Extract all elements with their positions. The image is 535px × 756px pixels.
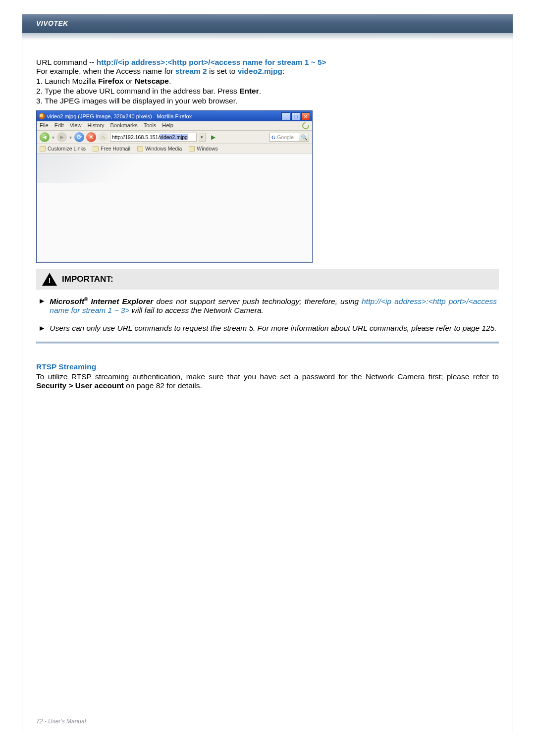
firefox-window: video2.mjpg (JPEG Image, 320x240 pixels)… xyxy=(36,110,313,263)
back-button[interactable]: ◄ xyxy=(40,132,50,142)
url-selection: video2.mjpg xyxy=(160,134,188,140)
menu-help[interactable]: Help xyxy=(162,122,173,129)
t: To utilize RTSP streaming authentication… xyxy=(36,372,499,381)
intro-prefix: URL command -- xyxy=(36,58,97,66)
t: or xyxy=(124,77,135,85)
note-url-commands: ► Users can only use URL commands to req… xyxy=(38,324,497,333)
page-footer: 72 - User's Manual xyxy=(36,718,86,725)
intro-example-line: For example, when the Access name for st… xyxy=(36,67,499,76)
search-bar: G Google 🔍 xyxy=(269,133,309,142)
note-ie: ► Microsoft® Internet Explorer does not … xyxy=(38,297,497,315)
folder-icon xyxy=(93,146,99,151)
important-notes: ► Microsoft® Internet Explorer does not … xyxy=(36,290,499,333)
page-frame: VIVOTEK URL command -- http://<ip addres… xyxy=(22,14,513,732)
content-area: URL command -- http://<ip address>:<http… xyxy=(22,40,513,390)
t: . xyxy=(259,87,261,95)
t: Microsoft xyxy=(50,297,84,305)
bookmark-free-hotmail[interactable]: Free Hotmail xyxy=(93,146,130,151)
browser-viewport xyxy=(37,153,312,262)
t: : xyxy=(282,67,284,75)
bookmark-customize-links[interactable]: Customize Links xyxy=(40,146,86,151)
home-button[interactable]: ⌂ xyxy=(98,132,108,142)
firefox-icon xyxy=(39,113,45,119)
menu-history[interactable]: History xyxy=(87,122,104,129)
bookmark-windows-media[interactable]: Windows Media xyxy=(137,146,182,151)
t: Enter xyxy=(239,87,259,95)
rtsp-title: RTSP Streaming xyxy=(36,362,499,371)
activity-icon xyxy=(301,121,311,131)
t: Windows Media xyxy=(145,146,182,151)
close-button[interactable]: × xyxy=(301,112,310,120)
t: Windows xyxy=(197,146,218,151)
menu-file[interactable]: File xyxy=(40,122,49,129)
t: does not support server push technology;… xyxy=(153,297,362,305)
t: Firefox xyxy=(98,77,124,85)
search-icon[interactable]: 🔍 xyxy=(299,133,309,142)
bullet-icon: ► xyxy=(38,297,46,315)
brand-label: VIVOTEK xyxy=(36,19,68,27)
page-root: VIVOTEK URL command -- http://<ip addres… xyxy=(0,0,535,756)
address-bar[interactable]: http://192.168.5.151/video2.mjpg xyxy=(110,133,197,142)
nav-toolbar: ◄ ▾ ► ▾ ⟳ ✕ ⌂ http://192.168.5.151/video… xyxy=(37,131,312,144)
minimize-button[interactable]: _ xyxy=(281,112,290,120)
statusbar-divider xyxy=(39,261,310,261)
t: For example, when the Access name for xyxy=(36,67,175,75)
maximize-button[interactable]: □ xyxy=(291,112,300,120)
stream-file: video2.mjpg xyxy=(238,67,282,75)
t: Users can only use URL commands to reque… xyxy=(50,324,496,333)
t: Security > User account xyxy=(36,381,124,390)
steps: 1. Launch Mozilla Firefox or Netscape. 2… xyxy=(36,77,499,105)
image-placeholder xyxy=(37,153,165,183)
search-input[interactable]: G Google xyxy=(269,133,299,142)
forward-button[interactable]: ► xyxy=(57,132,67,142)
rtsp-section: RTSP Streaming To utilize RTSP streaming… xyxy=(36,362,499,390)
intro-url-pattern: http://<ip address>:<http port>/<access … xyxy=(97,58,326,66)
section-divider xyxy=(36,342,499,344)
search-placeholder: Google xyxy=(277,134,294,140)
bullet-icon: ► xyxy=(38,324,46,333)
stream-label: stream 2 xyxy=(175,67,207,75)
step-3: 3. The JPEG images will be displayed in … xyxy=(36,97,499,105)
page-header: VIVOTEK xyxy=(22,14,513,32)
t: 2. Type the above URL command in the add… xyxy=(36,87,239,95)
important-label: IMPORTANT: xyxy=(62,274,113,284)
url-dropdown-icon[interactable]: ▾ xyxy=(199,133,206,142)
reload-button[interactable]: ⟳ xyxy=(74,132,84,142)
t: Customize Links xyxy=(48,146,86,151)
t: will fail to access the Network Camera. xyxy=(129,306,263,314)
step-1: 1. Launch Mozilla Firefox or Netscape. xyxy=(36,77,499,86)
dropdown-icon[interactable]: ▾ xyxy=(69,135,72,140)
t: on page 82 for details. xyxy=(124,381,202,390)
stop-button[interactable]: ✕ xyxy=(86,132,96,142)
menu-view[interactable]: View xyxy=(70,122,82,129)
menu-tools[interactable]: Tools xyxy=(144,122,157,129)
menu-bookmarks[interactable]: Bookmarks xyxy=(110,122,138,129)
folder-icon xyxy=(137,146,143,151)
url-command-intro: URL command -- http://<ip address>:<http… xyxy=(36,58,499,105)
header-shadow xyxy=(22,33,513,40)
important-banner: IMPORTANT: xyxy=(36,269,499,290)
rtsp-body: To utilize RTSP streaming authentication… xyxy=(36,372,499,390)
warning-icon xyxy=(42,273,57,286)
t: is set to xyxy=(207,67,238,75)
t: . xyxy=(169,77,171,85)
menu-edit[interactable]: Edit xyxy=(54,122,64,129)
window-title: video2.mjpg (JPEG Image, 320x240 pixels)… xyxy=(47,113,192,119)
bookmark-windows[interactable]: Windows xyxy=(189,146,218,151)
dropdown-icon[interactable]: ▾ xyxy=(52,135,54,140)
titlebar[interactable]: video2.mjpg (JPEG Image, 320x240 pixels)… xyxy=(37,111,312,121)
go-button[interactable]: ▶ xyxy=(210,134,216,141)
menubar: File Edit View History Bookmarks Tools H… xyxy=(37,121,312,131)
step-2: 2. Type the above URL command in the add… xyxy=(36,87,499,96)
t: Netscape xyxy=(135,77,169,85)
folder-icon xyxy=(189,146,195,151)
google-icon: G xyxy=(271,135,275,140)
url-text: http://192.168.5.151/ xyxy=(112,134,160,140)
t: Free Hotmail xyxy=(101,146,130,151)
t: 1. Launch Mozilla xyxy=(36,77,98,85)
folder-icon xyxy=(40,146,46,151)
t: Internet Explorer xyxy=(88,297,153,305)
bookmarks-toolbar: Customize Links Free Hotmail Windows Med… xyxy=(37,144,312,153)
